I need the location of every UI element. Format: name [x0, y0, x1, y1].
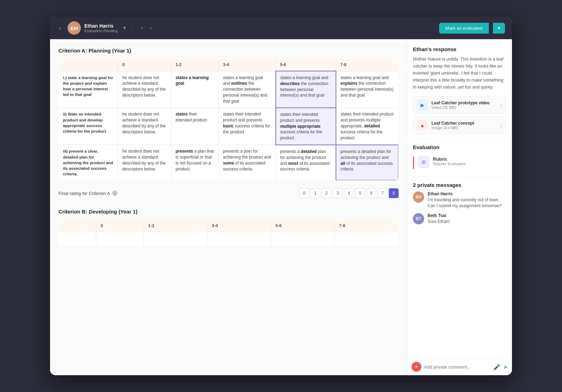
mark-dropdown-button[interactable]: ▼ [493, 23, 505, 34]
criterion-b-title: Criterion B: Developing (Year 1) [58, 209, 399, 215]
app-window: ‹ EH Ethan Harris Evaluation Pending ▼ ‹… [50, 17, 512, 375]
attachment-video-name: Leaf Catcher prototype video [431, 100, 497, 105]
nav-arrows: ‹ › [138, 23, 155, 33]
criterion-b-table: 0 1-2 3-4 5-6 7-8 [58, 219, 399, 246]
rating-btn-5[interactable]: 5 [355, 188, 365, 198]
message-text-beth: Sure Ethan! [428, 219, 506, 225]
attachment-image-size: Image (4.4 MB) [431, 126, 497, 130]
message-sender-ethan: Ethan Harris [428, 191, 506, 196]
row3-col56: presents a detailed plan for achieving t… [276, 145, 336, 180]
row1-col56-highlight: states a learning goal and describes the… [276, 71, 336, 108]
row2-col12: states their intended product [171, 108, 219, 145]
student-status: Evaluation Pending [84, 29, 118, 33]
rubric-name: Rubric [433, 156, 506, 162]
attachment-image-name: Leaf Catcher concept [431, 121, 497, 126]
rating-info-icon[interactable]: i [112, 190, 118, 196]
prev-student-button[interactable]: ‹ [138, 23, 146, 33]
attachment-image-info: Leaf Catcher concept Image (4.4 MB) [431, 121, 497, 130]
rating-btn-8[interactable]: 8 [389, 188, 399, 198]
comment-input[interactable] [424, 364, 491, 370]
rating-btn-4[interactable]: 4 [344, 188, 354, 198]
row1-col12: states a learning goal [171, 71, 219, 108]
rating-btn-0[interactable]: 0 [299, 188, 309, 198]
table-row [59, 232, 399, 246]
messages-title: 2 private messages [413, 182, 506, 188]
table-row: iii) present a clear, detailed plan for … [59, 145, 399, 180]
criterion-a-table: 0 1-2 3-4 5-6 7-8 i.) state a learning g… [58, 58, 399, 181]
back-button[interactable]: ‹ [57, 23, 63, 33]
table-row: i.) state a learning goal for the projec… [59, 71, 399, 108]
rating-btn-6[interactable]: 6 [366, 188, 376, 198]
student-name: Ethan Harris [84, 23, 118, 29]
send-button[interactable]: ➤ [503, 364, 508, 370]
rubric-sub: Teacher Evaluation [433, 162, 506, 166]
rating-btn-2[interactable]: 2 [322, 188, 331, 198]
table-row: ii) State an intended product and develo… [59, 108, 399, 145]
main-layout: Criterion A: Planning (Year 1) 0 1-2 3-4… [50, 39, 512, 375]
row3-col12: presents a plan that is superficial or t… [171, 145, 219, 180]
criterion-a-title: Criterion A: Planning (Year 1) [58, 48, 399, 54]
message-avatar-ethan: EH [413, 191, 424, 203]
rating-btn-1[interactable]: 1 [310, 188, 320, 198]
rating-btn-3[interactable]: 3 [333, 188, 343, 198]
col-b-78: 7-8 [335, 220, 399, 232]
comment-input-area: + 🎤 ➤ [407, 358, 512, 375]
rating-row-a: Final rating for Criterion A i 0 1 2 3 4… [58, 186, 399, 200]
next-student-button[interactable]: › [147, 23, 154, 33]
criterion-b-section: Criterion B: Developing (Year 1) 0 1-2 3… [58, 209, 399, 246]
mark-as-evaluated-button[interactable]: Mark as evaluated [439, 23, 489, 34]
row2-col78: states their intended product and presen… [336, 108, 398, 145]
rating-btn-7[interactable]: 7 [378, 188, 387, 198]
table-header-row: 0 1-2 3-4 5-6 7-8 [59, 220, 399, 232]
video-attachment-icon: ▶ [417, 99, 428, 111]
row1-descriptor: i.) state a learning goal for the projec… [59, 71, 118, 108]
red-accent [413, 156, 414, 169]
rubric-item: ⊞ Rubric Teacher Evaluation [413, 154, 506, 172]
row1-col0: he student does not achieve a standard d… [118, 71, 171, 108]
student-dropdown-icon: ▼ [122, 26, 127, 30]
message-text-ethan: I'm travelling and currently out of town… [428, 197, 506, 209]
attachment-video-info: Leaf Catcher prototype video Video (35 M… [431, 100, 497, 110]
student-avatar: EH [68, 21, 81, 35]
add-comment-button[interactable]: + [412, 362, 421, 372]
col-0: 0 [118, 59, 171, 71]
section-divider-1 [413, 139, 506, 139]
col-b-12: 1-2 [144, 220, 208, 232]
attachment-image: ▲ Leaf Catcher concept Image (4.4 MB) ↓ [413, 117, 506, 134]
table-header-row: 0 1-2 3-4 5-6 7-8 [59, 59, 399, 71]
download-image-button[interactable]: ↓ [500, 122, 503, 128]
attachment-video: ▶ Leaf Catcher prototype video Video (35… [413, 96, 506, 114]
col-b-descriptor [59, 220, 96, 232]
rubric-icon: ⊞ [418, 156, 429, 168]
image-attachment-icon: ▲ [417, 120, 428, 131]
col-56: 5-6 [276, 59, 336, 71]
download-video-button[interactable]: ↓ [500, 102, 503, 108]
student-info: Ethan Harris Evaluation Pending [84, 23, 118, 33]
message-sender-beth: Beth Tsai [428, 213, 506, 218]
row2-descriptor: ii) State an intended product and develo… [59, 108, 118, 145]
left-panel: Criterion A: Planning (Year 1) 0 1-2 3-4… [50, 39, 407, 375]
col-34: 3-4 [219, 59, 276, 71]
message-avatar-beth: BT [413, 213, 424, 224]
student-selector[interactable]: EH Ethan Harris Evaluation Pending ▼ [68, 21, 127, 35]
right-panel-content: Ethan's response Mother Nature is untidy… [407, 39, 512, 358]
row1-col34: states a learning goal and outlines the … [219, 71, 276, 108]
row3-col0: he student does not achieve a standard d… [118, 145, 171, 180]
col-b-56: 5-6 [271, 220, 335, 232]
col-78: 7-8 [336, 59, 398, 71]
message-item-beth: BT Beth Tsai Sure Ethan! [413, 213, 506, 225]
col-b-0: 0 [96, 220, 144, 232]
row3-col34: presents a plan for achieving the produc… [219, 145, 276, 180]
mic-button[interactable]: 🎤 [493, 364, 500, 370]
evaluation-title: Evaluation [413, 144, 506, 150]
col-12: 1-2 [171, 59, 219, 71]
header: ‹ EH Ethan Harris Evaluation Pending ▼ ‹… [50, 17, 512, 39]
criterion-a-section: Criterion A: Planning (Year 1) 0 1-2 3-4… [58, 48, 399, 200]
section-divider-2 [413, 177, 506, 177]
response-text: Mother Nature is untidy. This invention … [413, 56, 506, 91]
rating-label-a: Final rating for Criterion A i [58, 190, 118, 196]
row2-col34: states their intended product and presen… [219, 108, 276, 145]
attachment-video-size: Video (35 MB) [431, 105, 497, 110]
right-panel: Ethan's response Mother Nature is untidy… [407, 39, 512, 375]
message-body-ethan: Ethan Harris I'm travelling and currentl… [428, 191, 506, 209]
